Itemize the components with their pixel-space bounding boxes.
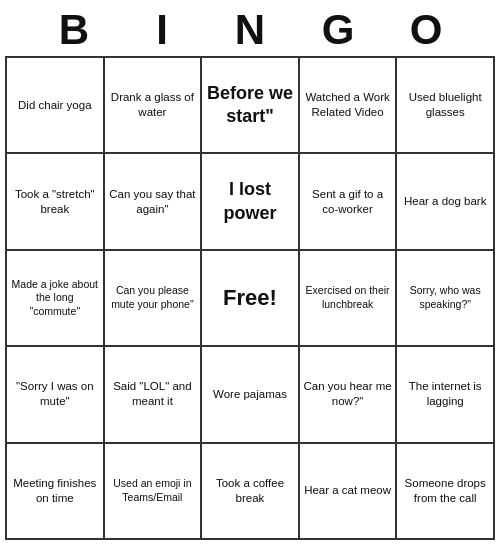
bingo-cell-14[interactable]: Sorry, who was speaking?" [397,251,495,347]
bingo-cell-11[interactable]: Can you please mute your phone" [105,251,203,347]
bingo-cell-8[interactable]: Sent a gif to a co-worker [300,154,398,250]
letter-g: G [294,6,382,54]
bingo-cell-16[interactable]: Said "LOL" and meant it [105,347,203,443]
bingo-cell-13[interactable]: Exercised on their lunchbreak [300,251,398,347]
bingo-cell-12[interactable]: Free! [202,251,300,347]
bingo-cell-24[interactable]: Someone drops from the call [397,444,495,540]
letter-b: B [30,6,118,54]
bingo-cell-6[interactable]: Can you say that again" [105,154,203,250]
letter-n: N [206,6,294,54]
bingo-title-row: B I N G O [0,0,500,56]
bingo-cell-19[interactable]: The internet is lagging [397,347,495,443]
bingo-cell-10[interactable]: Made a joke about the long "commute" [7,251,105,347]
bingo-cell-21[interactable]: Used an emoji in Teams/Email [105,444,203,540]
bingo-cell-9[interactable]: Hear a dog bark [397,154,495,250]
bingo-cell-18[interactable]: Can you hear me now?" [300,347,398,443]
bingo-cell-7[interactable]: I lost power [202,154,300,250]
bingo-cell-23[interactable]: Hear a cat meow [300,444,398,540]
bingo-cell-20[interactable]: Meeting finishes on time [7,444,105,540]
letter-i: I [118,6,206,54]
letter-o: O [382,6,470,54]
bingo-cell-0[interactable]: Did chair yoga [7,58,105,154]
bingo-cell-22[interactable]: Took a coffee break [202,444,300,540]
bingo-cell-5[interactable]: Took a "stretch" break [7,154,105,250]
bingo-cell-2[interactable]: Before we start" [202,58,300,154]
bingo-grid: Did chair yogaDrank a glass of waterBefo… [5,56,495,540]
bingo-cell-3[interactable]: Watched a Work Related Video [300,58,398,154]
bingo-cell-17[interactable]: Wore pajamas [202,347,300,443]
bingo-cell-1[interactable]: Drank a glass of water [105,58,203,154]
bingo-cell-15[interactable]: "Sorry I was on mute" [7,347,105,443]
bingo-cell-4[interactable]: Used bluelight glasses [397,58,495,154]
